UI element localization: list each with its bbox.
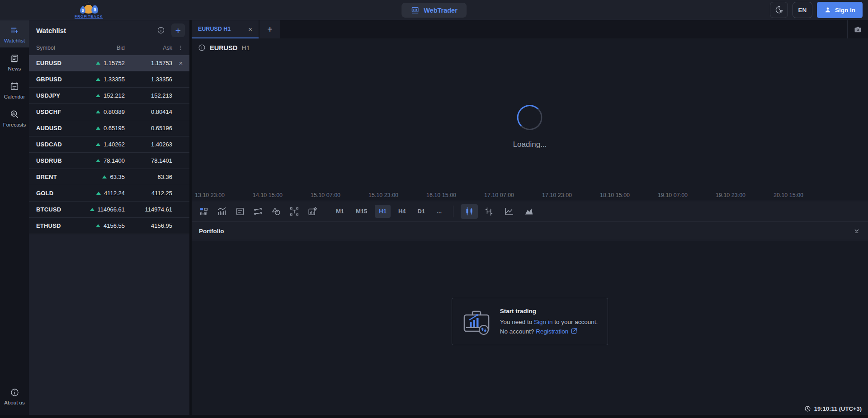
timeframe-h4-button[interactable]: H4 — [394, 205, 410, 218]
screenshot-button[interactable] — [847, 20, 868, 38]
watchlist-row-brent[interactable]: BRENT63.3563.36 — [29, 169, 189, 185]
watchlist-header: Watchlist + — [29, 20, 189, 40]
clock-icon — [804, 405, 811, 412]
sidebar-item-about[interactable]: About us — [0, 383, 29, 409]
watchlist-row-usdchf[interactable]: USDCHF0.803890.80414 — [29, 104, 189, 120]
brand-logo[interactable]: $ $ PROFITBACK — [75, 2, 103, 19]
watchlist-row-usdrub[interactable]: USDRUB78.140078.1401 — [29, 153, 189, 169]
sidebar-item-calendar[interactable]: Calendar — [0, 76, 29, 103]
symbol-label: BRENT — [36, 174, 86, 180]
moneybags-logo-icon: $ $ — [77, 2, 100, 14]
tab-close-icon[interactable]: × — [248, 25, 252, 33]
timeframe-d1-button[interactable]: D1 — [414, 205, 429, 218]
text-tool-button[interactable] — [287, 204, 302, 219]
chart-region[interactable]: EURUSD H1 Loading... 13.10 23:0014.10 15… — [192, 38, 868, 201]
bid-value: 1.33355 — [86, 76, 125, 83]
tab-label: EURUSD H1 — [198, 26, 231, 32]
symbol-label: GOLD — [36, 190, 86, 197]
no-account-prefix: No account? — [500, 328, 536, 335]
watchlist-row-audusd[interactable]: AUDUSD0.651950.65196 — [29, 120, 189, 136]
shapes-icon — [271, 207, 281, 216]
notes-button[interactable] — [232, 204, 248, 219]
need-prefix: You need to — [500, 319, 534, 325]
bid-value: 1.40262 — [86, 141, 125, 148]
portfolio-title: Portfolio — [199, 228, 853, 235]
sidebar-item-watchlist[interactable]: Watchlist — [0, 20, 29, 47]
candles-icon — [464, 207, 474, 216]
more-timeframes-button[interactable]: ... — [433, 205, 446, 218]
signin-link[interactable]: Sign in — [534, 319, 552, 325]
watchlist-row-gbpusd[interactable]: GBPUSD1.333551.33356 — [29, 71, 189, 88]
loading-spinner — [517, 105, 542, 130]
notes-icon — [235, 207, 245, 216]
column-bid: Bid — [86, 45, 125, 51]
svg-text:$: $ — [94, 7, 96, 12]
watchlist-menu-button[interactable] — [172, 45, 189, 51]
language-button[interactable]: EN — [793, 2, 812, 18]
drawing-lines-button[interactable] — [250, 204, 266, 219]
column-symbol: Symbol — [36, 45, 86, 51]
sidebar-item-forecasts[interactable]: Forecasts — [0, 104, 29, 132]
chart-type-area-button[interactable] — [520, 204, 538, 219]
shapes-button[interactable] — [269, 204, 284, 219]
indicators-button[interactable] — [214, 204, 230, 219]
collapse-portfolio-button[interactable] — [853, 227, 861, 235]
time-axis-label: 20.10 15:00 — [774, 192, 831, 198]
watchlist-info-button[interactable] — [155, 24, 167, 36]
chart-header: EURUSD H1 — [198, 44, 250, 52]
tab-eurusd-h1[interactable]: EURUSD H1 × — [192, 20, 259, 38]
time-axis-label: 15.10 23:00 — [368, 192, 426, 198]
price-up-icon — [96, 143, 100, 146]
time-axis-label: 17.10 23:00 — [542, 192, 600, 198]
chart-type-candles-button[interactable] — [461, 204, 478, 219]
add-symbol-button[interactable]: + — [171, 23, 185, 37]
theme-toggle-button[interactable] — [770, 2, 788, 18]
bid-value: 0.65195 — [86, 125, 125, 132]
loading-indicator: Loading... — [513, 105, 547, 149]
watchlist-rows: EURUSD1.157521.15753×GBPUSD1.333551.3335… — [29, 55, 189, 234]
watchlist-row-btcusd[interactable]: BTCUSD114966.61114974.61 — [29, 202, 189, 218]
new-tab-button[interactable]: + — [259, 20, 280, 38]
price-up-icon — [96, 224, 100, 227]
chart-layout-button[interactable] — [196, 204, 212, 219]
chart-type-bars-button[interactable] — [481, 204, 498, 219]
ask-value: 63.36 — [125, 174, 172, 180]
watchlist-row-usdcad[interactable]: USDCAD1.402621.40263 — [29, 136, 189, 153]
start-trading-card: Start trading You need to Sign in to you… — [452, 298, 608, 345]
signin-button[interactable]: Sign in — [817, 2, 863, 18]
chart-settings-button[interactable] — [305, 204, 320, 219]
sidebar-item-news[interactable]: News — [0, 48, 29, 75]
symbol-info-icon[interactable] — [198, 44, 206, 52]
sidebar-label: Calendar — [4, 94, 25, 99]
webtrader-label: WebTrader — [424, 7, 458, 14]
chart-symbol: EURUSD — [210, 44, 237, 52]
watchlist-row-eurusd[interactable]: EURUSD1.157521.15753× — [29, 55, 189, 71]
bid-value: 4156.55 — [86, 222, 125, 229]
remove-symbol-button[interactable]: × — [179, 59, 183, 67]
symbol-label: AUDUSD — [36, 125, 86, 132]
brand-caption: PROFITBACK — [75, 15, 103, 19]
top-bar: $ $ PROFITBACK WebTrader EN Sign in — [0, 0, 868, 20]
watchlist-row-ethusd[interactable]: ETHUSD4156.554156.95 — [29, 218, 189, 234]
symbol-label: BTCUSD — [36, 206, 86, 213]
left-sidebar: Watchlist News Calendar Forecasts — [0, 20, 29, 415]
time-axis-label: 15.10 07:00 — [311, 192, 368, 198]
bid-value: 4112.24 — [86, 190, 125, 197]
price-up-icon — [96, 192, 101, 195]
timeframe-m1-button[interactable]: M1 — [332, 205, 348, 218]
sidebar-label: Forecasts — [3, 122, 26, 127]
timeframe-h1-button[interactable]: H1 — [375, 205, 391, 218]
watchlist-row-usdjpy[interactable]: USDJPY152.212152.213 — [29, 88, 189, 104]
webtrader-button[interactable]: WebTrader — [401, 3, 467, 18]
watchlist-title: Watchlist — [36, 27, 151, 34]
timeframe-m15-button[interactable]: M15 — [352, 205, 371, 218]
chart-type-line-button[interactable] — [500, 204, 518, 219]
registration-link[interactable]: Registration — [536, 328, 568, 335]
watchlist-row-gold[interactable]: GOLD4112.244112.25 — [29, 185, 189, 202]
watchlist-icon — [9, 25, 19, 35]
chart-layout-icon — [199, 207, 209, 216]
ask-value: 1.33356 — [125, 76, 172, 83]
server-time: 19:10:11 (UTC+3) — [814, 405, 862, 412]
time-axis-label: 16.10 15:00 — [426, 192, 484, 198]
bid-value: 0.80389 — [86, 108, 125, 115]
